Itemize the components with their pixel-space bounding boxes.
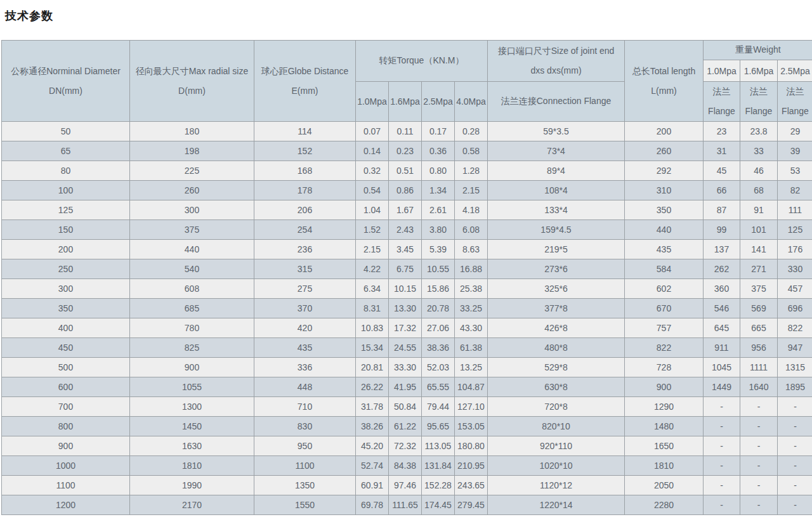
table-cell: - bbox=[740, 456, 778, 476]
table-cell: 108*4 bbox=[488, 181, 625, 200]
header-line: 法兰 bbox=[704, 82, 740, 101]
table-row: 40078042010.8317.3227.0643.30426*8757645… bbox=[2, 318, 812, 338]
table-cell: 310 bbox=[625, 181, 704, 200]
table-cell: 15.86 bbox=[422, 279, 455, 299]
table-cell: 59*3.5 bbox=[488, 122, 625, 141]
table-cell: 1000 bbox=[2, 456, 130, 476]
col-header-weight-1.6mpa: 1.6Mpa bbox=[740, 60, 778, 82]
table-cell: 176 bbox=[778, 240, 812, 259]
table-cell: 3.80 bbox=[422, 220, 455, 240]
table-cell: 50 bbox=[2, 122, 130, 141]
table-cell: 25.38 bbox=[455, 279, 488, 299]
table-cell: 141 bbox=[740, 240, 778, 259]
table-cell: 1290 bbox=[625, 397, 704, 417]
table-cell: 1111 bbox=[740, 358, 778, 377]
table-cell: 137 bbox=[704, 240, 740, 259]
table-cell: 225 bbox=[130, 161, 254, 181]
table-cell: 0.14 bbox=[356, 141, 389, 161]
table-cell: 152.28 bbox=[422, 476, 455, 495]
table-cell: 168 bbox=[254, 161, 356, 181]
table-cell: 27.06 bbox=[422, 318, 455, 338]
table-cell: 1630 bbox=[130, 436, 254, 456]
table-cell: 39 bbox=[778, 141, 812, 161]
table-cell: 31.78 bbox=[356, 397, 389, 417]
table-cell: 440 bbox=[625, 220, 704, 240]
table-cell: 87 bbox=[704, 200, 740, 220]
table-cell: 180 bbox=[130, 122, 254, 141]
header-row-1: 公称通径Norminal Diameter DN(mm) 径向最大尺寸Max r… bbox=[2, 41, 812, 60]
header-line: DN(mm) bbox=[2, 81, 129, 101]
table-row: 501801140.070.110.170.2859*3.52002323.82… bbox=[2, 122, 812, 141]
table-cell: 315 bbox=[254, 259, 356, 279]
table-cell: 900 bbox=[625, 377, 704, 397]
table-cell: 80 bbox=[2, 161, 130, 181]
table-cell: 710 bbox=[254, 397, 356, 417]
table-cell: 569 bbox=[740, 299, 778, 318]
header-line: 法兰 bbox=[740, 82, 777, 101]
table-cell: 45.20 bbox=[356, 436, 389, 456]
table-cell: 24.55 bbox=[389, 338, 422, 358]
table-row: 800145083038.2661.2295.65153.05820*10148… bbox=[2, 417, 812, 436]
table-cell: - bbox=[704, 397, 740, 417]
table-row: 1253002061.041.672.614.18133*43508791111 bbox=[2, 200, 812, 220]
table-cell: 8.63 bbox=[455, 240, 488, 259]
table-cell: 2.43 bbox=[389, 220, 422, 240]
table-cell: 0.17 bbox=[422, 122, 455, 141]
col-header-max-radial-size: 径向最大尺寸Max radial size D(mm) bbox=[130, 41, 254, 122]
table-cell: 279.45 bbox=[455, 495, 488, 515]
table-cell: 0.80 bbox=[422, 161, 455, 181]
table-cell: 448 bbox=[254, 377, 356, 397]
table-cell: 1895 bbox=[778, 377, 812, 397]
table-cell: 696 bbox=[778, 299, 812, 318]
table-cell: 1100 bbox=[2, 476, 130, 495]
table-cell: 1100 bbox=[254, 456, 356, 476]
table-cell: 685 bbox=[130, 299, 254, 318]
table-cell: 17.32 bbox=[389, 318, 422, 338]
table-cell: 72.32 bbox=[389, 436, 422, 456]
table-cell: - bbox=[704, 476, 740, 495]
table-cell: 720*8 bbox=[488, 397, 625, 417]
table-cell: 1640 bbox=[740, 377, 778, 397]
table-cell: 1449 bbox=[704, 377, 740, 397]
table-cell: 200 bbox=[625, 122, 704, 141]
header-line: L(mm) bbox=[625, 81, 703, 101]
table-cell: 1350 bbox=[254, 476, 356, 495]
table-cell: 700 bbox=[2, 397, 130, 417]
table-cell: 375 bbox=[740, 279, 778, 299]
table-cell: - bbox=[740, 417, 778, 436]
table-cell: 1810 bbox=[130, 456, 254, 476]
table-cell: 0.54 bbox=[356, 181, 389, 200]
table-cell: 336 bbox=[254, 358, 356, 377]
table-cell: 6.75 bbox=[389, 259, 422, 279]
col-header-flange-2.5mpa: 法兰 Flange bbox=[778, 82, 812, 122]
table-cell: 584 bbox=[625, 259, 704, 279]
table-cell: 99 bbox=[704, 220, 740, 240]
table-cell: 260 bbox=[130, 181, 254, 200]
table-cell: 65 bbox=[2, 141, 130, 161]
table-cell: 61.22 bbox=[389, 417, 422, 436]
table-cell: 956 bbox=[740, 338, 778, 358]
table-cell: 546 bbox=[704, 299, 740, 318]
table-cell: 820*10 bbox=[488, 417, 625, 436]
table-cell: 1480 bbox=[625, 417, 704, 436]
header-line: 径向最大尺寸Max radial size bbox=[130, 62, 254, 81]
table-row: 12002170155069.78111.65174.45279.451220*… bbox=[2, 495, 812, 515]
table-cell: 61.38 bbox=[455, 338, 488, 358]
table-cell: 1020*10 bbox=[488, 456, 625, 476]
table-cell: 6.34 bbox=[356, 279, 389, 299]
table-cell: 900 bbox=[2, 436, 130, 456]
table-cell: 33.30 bbox=[389, 358, 422, 377]
table-cell: 38.36 bbox=[422, 338, 455, 358]
table-row: 802251680.320.510.801.2889*4292454653 bbox=[2, 161, 812, 181]
table-cell: 2170 bbox=[130, 495, 254, 515]
table-cell: 31 bbox=[704, 141, 740, 161]
col-header-torque-1.6mpa: 1.6Mpa bbox=[389, 82, 422, 122]
table-cell: 540 bbox=[130, 259, 254, 279]
table-cell: 10.83 bbox=[356, 318, 389, 338]
table-cell: 46 bbox=[740, 161, 778, 181]
table-cell: 420 bbox=[254, 318, 356, 338]
table-cell: 630*8 bbox=[488, 377, 625, 397]
table-cell: - bbox=[778, 417, 812, 436]
table-cell: 29 bbox=[778, 122, 812, 141]
table-cell: 2.61 bbox=[422, 200, 455, 220]
